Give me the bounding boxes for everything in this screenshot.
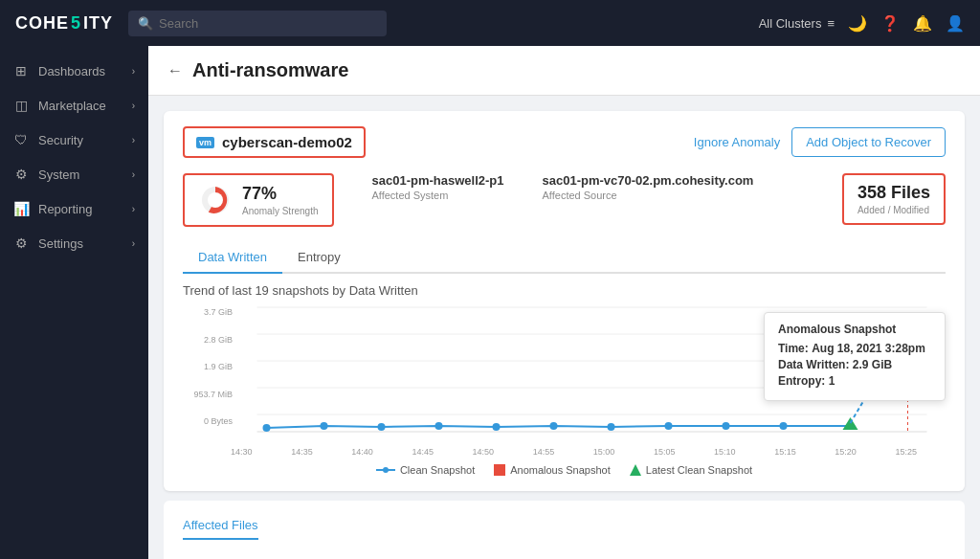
- legend-clean-icon: [376, 465, 395, 475]
- stats-row: 77% Anomaly Strength sac01-pm-haswell2-p…: [183, 173, 946, 227]
- anomaly-strength-box: 77% Anomaly Strength: [183, 173, 334, 227]
- y-label-2: 2.8 GiB: [183, 335, 233, 345]
- sidebar: ⊞ Dashboards › ◫ Marketplace › 🛡 Securit…: [0, 46, 148, 559]
- layout: ⊞ Dashboards › ◫ Marketplace › 🛡 Securit…: [0, 46, 980, 559]
- tooltip-entropy: Entropy: 1: [778, 374, 931, 388]
- svg-marker-11: [630, 464, 641, 476]
- affected-system-stat: sac01-pm-haswell2-p1 Affected System: [372, 173, 504, 201]
- sidebar-item-label: Settings: [38, 236, 83, 251]
- chevron-icon: ›: [132, 238, 135, 249]
- affected-source-value: sac01-pm-vc70-02.pm.cohesity.com: [543, 173, 754, 188]
- sidebar-item-reporting[interactable]: 📊 Reporting ›: [0, 191, 148, 226]
- x-label-1: 14:30: [231, 447, 253, 457]
- files-box: 358 Files Added / Modified: [842, 173, 946, 225]
- snapshot-dot: [263, 424, 271, 432]
- logo-accent: 5: [71, 13, 81, 34]
- chart-title: Trend of last 19 snapshots by Data Writt…: [183, 283, 946, 298]
- svg-point-9: [383, 467, 389, 473]
- affected-source-label: Affected Source: [543, 190, 754, 201]
- tab-entropy[interactable]: Entropy: [282, 242, 356, 274]
- search-bar[interactable]: 🔍: [128, 11, 387, 36]
- tooltip-entropy-value: 1: [829, 374, 835, 388]
- page-header: ← Anti-ransomware: [148, 46, 980, 96]
- latest-clean-snapshot-marker: [843, 417, 858, 430]
- x-label-11: 15:20: [835, 447, 857, 457]
- x-axis-labels: 14:30 14:35 14:40 14:45 14:50 14:55 15:0…: [183, 445, 946, 457]
- notifications-icon[interactable]: 🔔: [913, 14, 932, 33]
- chart-legend: Clean Snapshot Anomalous Snapshot: [183, 464, 946, 476]
- tooltip-title: Anomalous Snapshot: [778, 323, 931, 336]
- snapshot-dot: [378, 423, 386, 431]
- anomalous-tooltip: Anomalous Snapshot Time: Aug 18, 2021 3:…: [764, 312, 946, 401]
- user-icon[interactable]: 👤: [946, 14, 965, 33]
- legend-clean-snapshot: Clean Snapshot: [376, 464, 475, 476]
- y-label-4: 953.7 MiB: [183, 390, 233, 399]
- anomaly-stat-info: 77% Anomaly Strength: [242, 184, 319, 216]
- y-axis-labels: 3.7 GiB 2.8 GiB 1.9 GiB 953.7 MiB 0 Byte…: [183, 307, 238, 445]
- search-input[interactable]: [159, 16, 377, 31]
- help-icon[interactable]: ❓: [880, 14, 900, 33]
- tooltip-time-label: Time:: [778, 342, 809, 355]
- snapshot-dot: [550, 422, 558, 430]
- anomaly-label: Anomaly Strength: [242, 206, 319, 216]
- files-count: 358 Files: [858, 183, 930, 203]
- x-label-4: 14:45: [412, 447, 434, 457]
- security-icon: 🛡: [13, 132, 29, 147]
- chevron-icon: ›: [132, 204, 135, 214]
- chevron-icon: ›: [132, 66, 135, 77]
- sidebar-item-label: Security: [38, 133, 83, 147]
- chevron-icon: ›: [132, 169, 135, 180]
- search-icon: 🔍: [138, 16, 153, 31]
- x-label-3: 14:40: [351, 447, 373, 457]
- page-title: Anti-ransomware: [192, 59, 348, 81]
- svg-rect-10: [494, 464, 505, 476]
- header-right: All Clusters ≡ 🌙 ❓ 🔔 👤: [759, 14, 965, 33]
- files-label: Added / Modified: [858, 205, 930, 215]
- affected-source-stat: sac01-pm-vc70-02.pm.cohesity.com Affecte…: [543, 173, 754, 201]
- x-label-2: 14:35: [291, 447, 313, 457]
- vm-name-box: vm cyberscan-demo02: [183, 126, 366, 158]
- vm-card: vm cyberscan-demo02 Ignore Anomaly Add O…: [164, 111, 965, 491]
- y-label-1: 3.7 GiB: [183, 307, 233, 317]
- add-object-button[interactable]: Add Object to Recover: [791, 127, 946, 157]
- tooltip-data-written-value: 2.9 GiB: [853, 358, 892, 371]
- tab-data-written[interactable]: Data Written: [183, 242, 282, 274]
- clusters-button[interactable]: All Clusters ≡: [759, 16, 835, 31]
- dark-mode-icon[interactable]: 🌙: [848, 14, 867, 33]
- x-label-6: 14:55: [533, 447, 555, 457]
- sidebar-item-security[interactable]: 🛡 Security ›: [0, 123, 148, 157]
- sidebar-item-label: Dashboards: [38, 64, 105, 78]
- sidebar-item-settings[interactable]: ⚙ Settings ›: [0, 226, 148, 260]
- legend-latest-clean-icon: [630, 464, 641, 476]
- back-button[interactable]: ←: [167, 62, 183, 79]
- sidebar-item-system[interactable]: ⚙ System ›: [0, 157, 148, 191]
- chart-tabs: Data Written Entropy: [183, 242, 946, 274]
- legend-latest-clean-label: Latest Clean Snapshot: [646, 464, 752, 476]
- ignore-anomaly-link[interactable]: Ignore Anomaly: [694, 135, 780, 149]
- settings-icon: ⚙: [13, 235, 29, 251]
- vm-actions: Ignore Anomaly Add Object to Recover: [694, 127, 946, 157]
- svg-point-1: [208, 192, 223, 208]
- tooltip-data-written: Data Written: 2.9 GiB: [778, 358, 931, 371]
- y-label-5: 0 Bytes: [183, 416, 233, 426]
- marketplace-icon: ◫: [13, 98, 29, 113]
- sidebar-item-label: Marketplace: [38, 99, 106, 113]
- sidebar-item-label: System: [38, 168, 79, 182]
- y-label-3: 1.9 GiB: [183, 362, 233, 371]
- chevron-icon: ›: [132, 101, 135, 111]
- sidebar-item-dashboards[interactable]: ⊞ Dashboards ›: [0, 54, 148, 88]
- tooltip-data-written-label: Data Written:: [778, 358, 849, 371]
- legend-anomalous-snapshot: Anomalous Snapshot: [494, 464, 611, 476]
- anomaly-pie-chart: [198, 183, 233, 217]
- snapshot-dot: [435, 422, 443, 430]
- x-label-7: 15:00: [593, 447, 615, 457]
- x-label-12: 15:25: [895, 447, 917, 457]
- sidebar-item-marketplace[interactable]: ◫ Marketplace ›: [0, 88, 148, 123]
- sidebar-item-label: Reporting: [38, 202, 92, 216]
- affected-system-value: sac01-pm-haswell2-p1: [372, 173, 504, 188]
- affected-files-tab[interactable]: Affected Files: [183, 518, 258, 540]
- main-content: ← Anti-ransomware vm cyberscan-demo02 Ig…: [148, 46, 980, 559]
- anomaly-percentage: 77%: [242, 184, 319, 204]
- loading-container: [183, 540, 946, 559]
- tooltip-time: Time: Aug 18, 2021 3:28pm: [778, 342, 931, 355]
